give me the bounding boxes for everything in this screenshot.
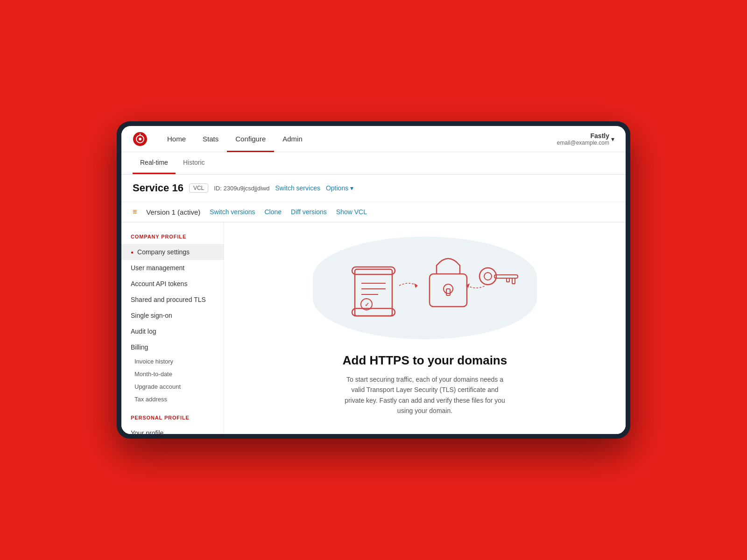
nav-stats[interactable]: Stats	[194, 126, 227, 152]
cta-title: Add HTTPS to your domains	[343, 353, 507, 368]
sidebar-subitem-month-to-date[interactable]: Month-to-date	[121, 368, 224, 380]
sidebar-subitem-invoice-history[interactable]: Invoice history	[121, 355, 224, 368]
svg-rect-21	[512, 278, 515, 284]
sidebar-item-account-api-tokens[interactable]: Account API tokens	[121, 276, 224, 292]
nav-admin[interactable]: Admin	[274, 126, 311, 152]
sidebar-item-your-profile[interactable]: Your profile	[121, 425, 224, 434]
sidebar-item-shared-procured-tls[interactable]: Shared and procured TLS	[121, 292, 224, 308]
fastly-logo[interactable]	[133, 132, 148, 147]
tab-historic[interactable]: Historic	[176, 152, 212, 174]
clone-link[interactable]: Clone	[265, 208, 282, 216]
cta-description: To start securing traffic, each of your …	[341, 374, 509, 416]
service-title: Service 16	[133, 182, 183, 194]
version-label: Version 1 (active)	[146, 208, 200, 216]
svg-rect-13	[430, 274, 467, 307]
svg-point-18	[484, 273, 492, 280]
content-area: ✓	[224, 223, 626, 434]
service-header: Service 16 VCL ID: 2309u9jcsdjjdiwd Swit…	[121, 175, 626, 202]
device-frame: Home Stats Configure Admin Fastly email@…	[117, 121, 630, 439]
sidebar-subitem-tax-address[interactable]: Tax address	[121, 393, 224, 406]
top-navigation: Home Stats Configure Admin Fastly email@…	[121, 126, 626, 152]
company-name: Fastly	[557, 132, 609, 140]
svg-rect-6	[352, 308, 395, 316]
nav-links: Home Stats Configure Admin	[159, 126, 557, 152]
user-menu[interactable]: Fastly email@example.com ▾	[557, 132, 614, 146]
svg-rect-19	[494, 275, 518, 278]
main-content: COMPANY PROFILE Company settings User ma…	[121, 223, 626, 434]
sidebar-item-company-settings[interactable]: Company settings	[121, 244, 224, 260]
chevron-down-icon: ▾	[350, 184, 353, 192]
nav-home[interactable]: Home	[159, 126, 194, 152]
tab-realtime[interactable]: Real-time	[133, 152, 176, 174]
svg-rect-5	[352, 267, 395, 274]
show-vcl-link[interactable]: Show VCL	[336, 208, 367, 216]
company-profile-section-label: COMPANY PROFILE	[121, 234, 224, 244]
personal-profile-section-label: PERSONAL PROFILE	[121, 415, 224, 425]
svg-text:✓: ✓	[365, 301, 369, 308]
switch-services-link[interactable]: Switch services	[275, 184, 320, 192]
svg-rect-15	[446, 289, 450, 295]
sidebar-subitem-upgrade-account[interactable]: Upgrade account	[121, 380, 224, 393]
version-bar: ≡ Version 1 (active) Switch versions Clo…	[121, 202, 626, 223]
svg-point-2	[139, 138, 141, 140]
switch-versions-link[interactable]: Switch versions	[210, 208, 255, 216]
svg-rect-20	[507, 278, 509, 282]
vcl-badge: VCL	[189, 183, 208, 193]
service-id: ID: 2309u9jcsdjjdiwd	[214, 185, 269, 192]
options-button[interactable]: Options ▾	[326, 184, 353, 192]
user-email: email@example.com	[557, 140, 609, 146]
tabs-bar: Real-time Historic	[121, 152, 626, 175]
sidebar: COMPANY PROFILE Company settings User ma…	[121, 223, 224, 434]
sidebar-item-single-sign-on[interactable]: Single sign-on	[121, 308, 224, 323]
tls-illustration: ✓	[313, 237, 537, 339]
sidebar-item-user-management[interactable]: User management	[121, 260, 224, 276]
svg-marker-12	[414, 283, 418, 288]
diff-versions-link[interactable]: Diff versions	[291, 208, 327, 216]
nav-configure[interactable]: Configure	[227, 126, 274, 152]
sidebar-item-audit-log[interactable]: Audit log	[121, 323, 224, 339]
screen: Home Stats Configure Admin Fastly email@…	[121, 126, 626, 434]
version-icon: ≡	[133, 208, 137, 216]
svg-point-17	[479, 268, 496, 285]
chevron-down-icon: ▾	[611, 135, 614, 143]
sidebar-item-billing[interactable]: Billing	[121, 339, 224, 355]
